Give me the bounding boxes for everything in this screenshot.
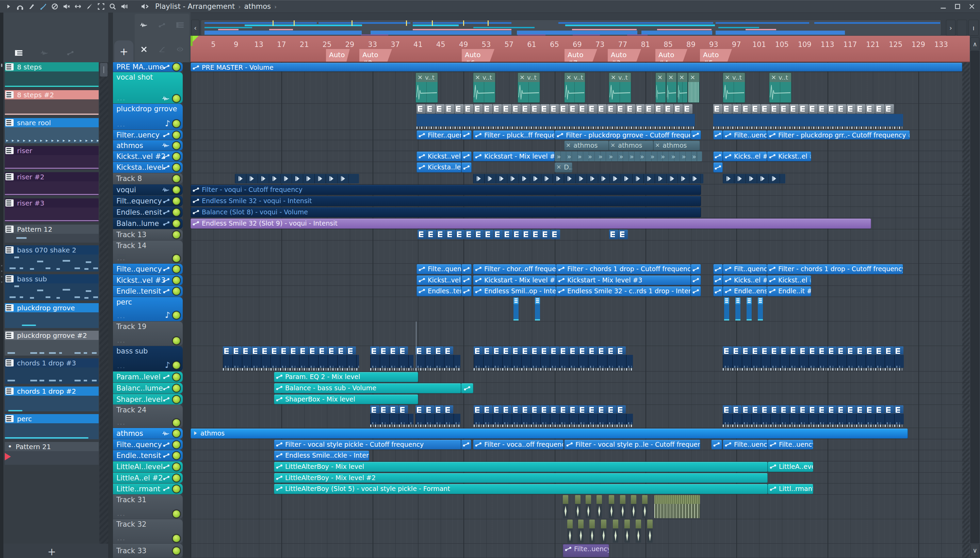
audio-slice-clip[interactable]	[601, 520, 606, 543]
automation-link-chip[interactable]	[461, 440, 471, 450]
audio-loop-strip[interactable]	[235, 174, 359, 184]
track-enable-led[interactable]	[173, 266, 180, 273]
pattern-clip-strip[interactable]	[223, 346, 359, 371]
track-enable-led[interactable]	[173, 142, 180, 149]
harrows-icon[interactable]	[72, 2, 84, 11]
grid-track-row[interactable]: Filter..quencyFilter - pluck..ff frequen…	[190, 130, 970, 140]
perc-pattern-clip[interactable]	[514, 297, 519, 321]
pattern-preview[interactable]	[5, 423, 98, 439]
automation-clip[interactable]: Filter - pluckdrop grrove - Cutoff frequ…	[555, 130, 691, 140]
pattern-preview[interactable]	[5, 234, 98, 243]
automation-clip[interactable]: LittleA..evel	[768, 462, 813, 472]
automation-link-chip[interactable]	[713, 151, 723, 161]
automation-link-chip[interactable]	[461, 275, 472, 285]
audio-slice-clip[interactable]	[620, 495, 625, 518]
audio-slice-clip[interactable]	[563, 495, 568, 518]
pattern-preview[interactable]	[5, 254, 98, 271]
automation-clip[interactable]: Filter..quency	[417, 130, 461, 140]
automation-clip[interactable]: Endless Smile 32 (Slot 9) - voqui - Inte…	[190, 218, 871, 229]
track-enable-led[interactable]	[173, 231, 180, 238]
track-enable-led[interactable]	[173, 430, 180, 437]
audio-clip[interactable]: ✕v..t	[769, 72, 791, 103]
maximize-button[interactable]	[953, 2, 962, 11]
track-enable-led[interactable]	[173, 64, 180, 71]
audio-clip[interactable]: ✕v..t	[517, 72, 540, 103]
audio-clip-athmos[interactable]: athmos	[190, 428, 908, 438]
pattern-item[interactable]: perc	[5, 414, 98, 439]
scrollbar-thumb[interactable]	[100, 63, 108, 77]
marquee-icon[interactable]	[95, 2, 107, 11]
automation-clip[interactable]: Filt..quency	[723, 264, 767, 274]
automation-clip[interactable]: Endless Smile..ckle - Intensit	[274, 450, 369, 461]
chevron-pattern-clip[interactable]: » » » » » » » » » » » » » » » » » » » » …	[555, 151, 702, 161]
grid-track-row[interactable]: Balance - bass sub - Volume	[190, 383, 970, 394]
pattern-preview[interactable]	[5, 312, 98, 328]
playlist-grid[interactable]: PRE MASTER - Volume✕v..t✕v..t✕v..t✕v..t✕…	[190, 62, 970, 558]
track-enable-led[interactable]	[173, 164, 180, 171]
pattern-preview[interactable]	[5, 396, 98, 411]
pattern-preview[interactable]	[5, 99, 98, 115]
track-header[interactable]: Filte..quency	[113, 439, 183, 450]
track-header[interactable]: Param..level	[113, 371, 183, 382]
pattern-clip-strip[interactable]	[713, 104, 723, 129]
pattern-item-header[interactable]: perc	[5, 414, 98, 423]
automation-clip[interactable]: PRE MASTER - Volume	[190, 62, 962, 71]
audio-clip[interactable]: ✕v..t	[415, 72, 438, 103]
track-enable-led[interactable]	[173, 441, 180, 448]
automation-clip[interactable]: LittleAlterBoy - Mix level	[274, 462, 768, 472]
grid-track-row[interactable]: LittleAlterBoy - Mix levelLittleA..evel	[190, 461, 970, 473]
grid-track-row[interactable]: ShaperBox - Mix level	[190, 394, 970, 405]
track-header[interactable]: Kicksta..level	[113, 162, 183, 173]
track-enable-led[interactable]	[173, 362, 180, 369]
automation-clip[interactable]: Param. EQ 2 - Mix level	[274, 372, 418, 382]
audio-clip[interactable]: ✕	[677, 72, 688, 103]
pattern-preview[interactable]	[5, 181, 98, 195]
track-header[interactable]: Little..rmant	[113, 484, 183, 494]
muted-audio-clip[interactable]: ✕athmos	[609, 141, 653, 150]
track-options-dots[interactable]: ...	[117, 534, 126, 542]
automation-clip[interactable]: Kickst..el #2	[767, 151, 811, 161]
grid-track-row[interactable]: ✕athmos✕athmos✕athmos	[190, 140, 970, 151]
pattern-item-header[interactable]: chords 1 drop #2	[5, 387, 98, 396]
track-header[interactable]: vocal shot...	[113, 72, 183, 103]
audio-slice-clip[interactable]	[624, 520, 630, 543]
grid-track-row[interactable]	[190, 173, 970, 184]
grid-track-row[interactable]: Endless Smile 32 - voqui - Intensit	[190, 195, 970, 207]
grid-track-row[interactable]	[190, 346, 970, 371]
automation-clip[interactable]: Endles..tensit	[417, 286, 461, 296]
audio-slice-clip[interactable]	[586, 495, 591, 518]
automation-clip[interactable]: Kickstart - Mix level #3	[473, 275, 556, 285]
automation-clip[interactable]: Filte..uency	[723, 130, 767, 140]
automation-clip[interactable]: Kickstart - Mix level #3	[556, 275, 691, 285]
track-enable-led[interactable]	[173, 277, 180, 284]
pattern-preview[interactable]	[5, 71, 98, 87]
automation-clip[interactable]: Filter - chords 1 drop - Cutoff frequenc…	[556, 264, 691, 274]
track-options-dots[interactable]: ...	[117, 254, 126, 262]
audio-slice-clip[interactable]	[613, 520, 618, 543]
track-header[interactable]: Track 13	[113, 229, 183, 240]
mute-icon[interactable]	[61, 2, 72, 11]
vertical-scroll-down[interactable]: ∨	[970, 544, 979, 556]
audio-clip[interactable]: ✕v..t	[609, 72, 631, 103]
track-header[interactable]: Filt..equency	[113, 195, 183, 207]
track-options-dots[interactable]: ...	[117, 509, 126, 517]
track-enable-led[interactable]	[173, 220, 180, 227]
perc-pattern-clip[interactable]	[735, 297, 740, 321]
track-enable-led[interactable]	[173, 198, 180, 205]
automation-clip[interactable]: Filter - pluckdrop grr..- Cutoff frequen…	[767, 130, 910, 140]
pattern-item-header[interactable]: riser #2	[5, 172, 98, 181]
automation-clip[interactable]: Balance - bass sub - Volume	[274, 383, 461, 393]
audio-slice-clip[interactable]	[647, 520, 653, 543]
automation-link-chip[interactable]	[713, 162, 723, 172]
track-header[interactable]: Kickst..vel #3	[113, 275, 183, 286]
track-header[interactable]: perc...♪	[113, 297, 183, 321]
pattern-clip-strip[interactable]	[370, 405, 414, 427]
automation-clip[interactable]: LittleAlterBoy - Mix level #2	[274, 473, 768, 483]
overview-scroll-left[interactable]: ‹	[191, 20, 199, 36]
automation-clip[interactable]: Filter - chor..off frequency	[473, 264, 556, 274]
automation-clip[interactable]: Balance (Slot 8) - voqui - Volume	[190, 207, 701, 217]
pattern-clip-strip[interactable]	[723, 346, 904, 371]
time-marker-auto-7[interactable]: Auto #7	[565, 49, 597, 62]
grid-track-row[interactable]: Filter - vocal style pickle - Cutoff fre…	[190, 439, 970, 450]
automation-clip[interactable]: Filter - voca..off frequency	[473, 440, 563, 450]
